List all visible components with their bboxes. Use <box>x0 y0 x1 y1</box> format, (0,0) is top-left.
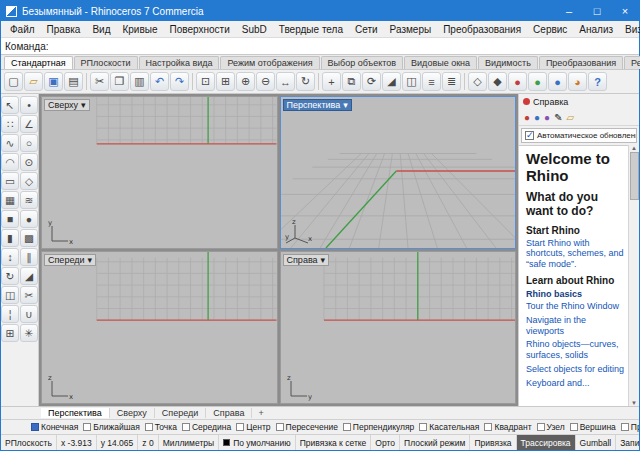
toolbar-pan-button[interactable]: ↔ <box>276 72 295 91</box>
toolbar-undo-button[interactable]: ↶ <box>150 72 169 91</box>
osnap-point-checkbox[interactable] <box>145 423 153 431</box>
gumball-toggle[interactable]: Gumball <box>576 435 617 450</box>
web-icon[interactable]: ● <box>534 112 540 123</box>
tab-curve-edit[interactable]: Редакт. кривых <box>624 56 640 69</box>
osnap-knot-checkbox[interactable] <box>537 423 545 431</box>
menu-edit[interactable]: Правка <box>41 23 87 36</box>
tool-mirror-button[interactable]: ◫ <box>1 286 19 304</box>
tool-rectangle-button[interactable]: ▭ <box>1 172 19 190</box>
toolbar-scale-button[interactable]: ◢ <box>382 72 401 91</box>
tool-explode-button[interactable]: ✳ <box>20 324 38 342</box>
osnap-quadrant[interactable]: Квадрант <box>484 422 531 432</box>
toolbar-properties-button[interactable]: ≣ <box>442 72 461 91</box>
osnap-intersection-checkbox[interactable] <box>276 423 284 431</box>
osnap-near[interactable]: Ближайшая <box>83 422 140 432</box>
help-link-navigate[interactable]: Navigate in the viewports <box>526 315 625 337</box>
osnap-perpendicular-checkbox[interactable] <box>343 423 351 431</box>
tool-split-button[interactable]: ¦ <box>1 305 19 323</box>
tool-trim-button[interactable]: ✂ <box>20 286 38 304</box>
viewport-menu-caret-icon[interactable]: ▾ <box>87 255 92 265</box>
menu-render[interactable]: Визуализация <box>619 23 640 36</box>
toolbar-wireframe-button[interactable]: ◇ <box>468 72 487 91</box>
osnap-vertex-checkbox[interactable] <box>570 423 578 431</box>
community-icon[interactable]: ● <box>544 112 550 123</box>
viewport-menu-caret-icon[interactable]: ▾ <box>343 100 348 110</box>
toolbar-new-file-button[interactable]: ▢ <box>4 72 23 91</box>
toolbar-layers-button[interactable]: ≡ <box>422 72 441 91</box>
record-history-toggle[interactable]: Запись истории <box>616 435 639 450</box>
add-viewport-tab-icon[interactable]: + <box>252 408 269 418</box>
scroll-down-arrow-icon[interactable]: ▼ <box>631 400 637 406</box>
tool-circle-button[interactable]: ○ <box>20 134 38 152</box>
osnap-point[interactable]: Точка <box>145 422 177 432</box>
tool-loft-button[interactable]: ≋ <box>20 191 38 209</box>
tab-view-setup[interactable]: Настройка вида <box>139 56 220 69</box>
osnap-knot[interactable]: Узел <box>537 422 565 432</box>
viewport-tab-front[interactable]: Спереди <box>155 408 206 418</box>
tool-scale-button[interactable]: ◢ <box>20 267 38 285</box>
toolbar-redo-button[interactable]: ↷ <box>170 72 189 91</box>
units-button[interactable]: Миллиметры <box>159 435 220 450</box>
viewport-front[interactable]: Спереди ▾ z x <box>41 251 278 404</box>
osnap-project-checkbox[interactable] <box>621 423 629 431</box>
scroll-up-arrow-icon[interactable]: ▲ <box>631 145 637 151</box>
toolbar-cut-button[interactable]: ✂ <box>90 72 109 91</box>
toolbar-save-button[interactable]: ▣ <box>44 72 63 91</box>
tab-display-mode[interactable]: Режим отображения <box>220 56 319 69</box>
help-link-objects[interactable]: Rhino objects—curves, surfaces, solids <box>526 339 625 361</box>
ortho-toggle[interactable]: Орто <box>371 435 400 450</box>
tab-select-objects[interactable]: Выбор объектов <box>321 56 403 69</box>
tool-rotate-button[interactable]: ↻ <box>1 267 19 285</box>
close-button[interactable]: × <box>611 1 639 21</box>
tool-select-button[interactable]: ↖ <box>1 96 19 114</box>
grid-snap-toggle[interactable]: Привязка к сетке <box>296 435 372 450</box>
osnap-perpendicular[interactable]: Перпендикуляр <box>343 422 414 432</box>
tab-viewports[interactable]: Видовые окна <box>404 56 477 69</box>
menu-subd[interactable]: SubD <box>236 23 273 36</box>
help-link-select[interactable]: Select objects for editing <box>526 364 625 375</box>
maximize-button[interactable]: □ <box>583 1 611 21</box>
tab-transform[interactable]: Преобразования <box>539 56 623 69</box>
toolbar-zoom-out-button[interactable]: ⊖ <box>256 72 275 91</box>
tab-standard[interactable]: Стандартная <box>4 56 73 69</box>
viewport-top-label[interactable]: Сверху ▾ <box>44 99 90 111</box>
toolbar-move-button[interactable]: + <box>322 72 341 91</box>
menu-view[interactable]: Вид <box>86 23 116 36</box>
planar-toggle[interactable]: Плоский режим <box>400 435 470 450</box>
tool-points-grid-button[interactable]: ∷ <box>1 115 19 133</box>
toolbar-shaded-button[interactable]: ◆ <box>488 72 507 91</box>
viewport-perspective[interactable]: Перспектива ▾ z x y <box>280 96 517 249</box>
viewport-right[interactable]: Справа ▾ z y <box>280 251 517 404</box>
viewport-front-label[interactable]: Спереди ▾ <box>44 254 96 266</box>
osnap-tangent-checkbox[interactable] <box>419 423 427 431</box>
tool-curve-button[interactable]: ∿ <box>1 134 19 152</box>
toolbar-rotate-button[interactable]: ⟳ <box>362 72 381 91</box>
osnap-mid-checkbox[interactable] <box>182 423 190 431</box>
help-link-tour[interactable]: Tour the Rhino Window <box>526 301 625 312</box>
tab-cplanes[interactable]: РПлоскости <box>74 56 138 69</box>
menu-dimensions[interactable]: Размеры <box>384 23 438 36</box>
toolbar-render-red-button[interactable]: ● <box>508 72 527 91</box>
tool-polygon-button[interactable]: ◇ <box>20 172 38 190</box>
help-link-start-rhino[interactable]: Start Rhino with shortcuts, schemes, and… <box>526 238 625 270</box>
viewport-perspective-label[interactable]: Перспектива ▾ <box>283 99 352 111</box>
toolbar-help-button[interactable]: ? <box>588 72 607 91</box>
tool-polyline-button[interactable]: ∠ <box>20 115 38 133</box>
tab-visibility[interactable]: Видимость <box>478 56 538 69</box>
viewport-tab-perspective[interactable]: Перспектива <box>41 408 110 418</box>
toolbar-paste-button[interactable]: ▥ <box>130 72 149 91</box>
tool-sphere-button[interactable]: ● <box>20 210 38 228</box>
tool-surface-button[interactable]: ▦ <box>1 191 19 209</box>
toolbar-zoom-window-button[interactable]: ⊞ <box>216 72 235 91</box>
tool-move-button[interactable]: ↕ <box>1 248 19 266</box>
auto-update-checkbox[interactable] <box>525 131 534 140</box>
osnap-center[interactable]: Центр <box>236 422 270 432</box>
osnap-tangent[interactable]: Касательная <box>419 422 479 432</box>
menu-curves[interactable]: Кривые <box>116 23 163 36</box>
osnap-quadrant-checkbox[interactable] <box>484 423 492 431</box>
osnap-mid[interactable]: Середина <box>182 422 231 432</box>
viewport-menu-caret-icon[interactable]: ▾ <box>321 255 326 265</box>
toolbar-rotate-view-button[interactable]: ↻ <box>296 72 315 91</box>
osnap-project[interactable]: Проекция <box>621 422 639 432</box>
viewport-menu-caret-icon[interactable]: ▾ <box>81 100 86 110</box>
